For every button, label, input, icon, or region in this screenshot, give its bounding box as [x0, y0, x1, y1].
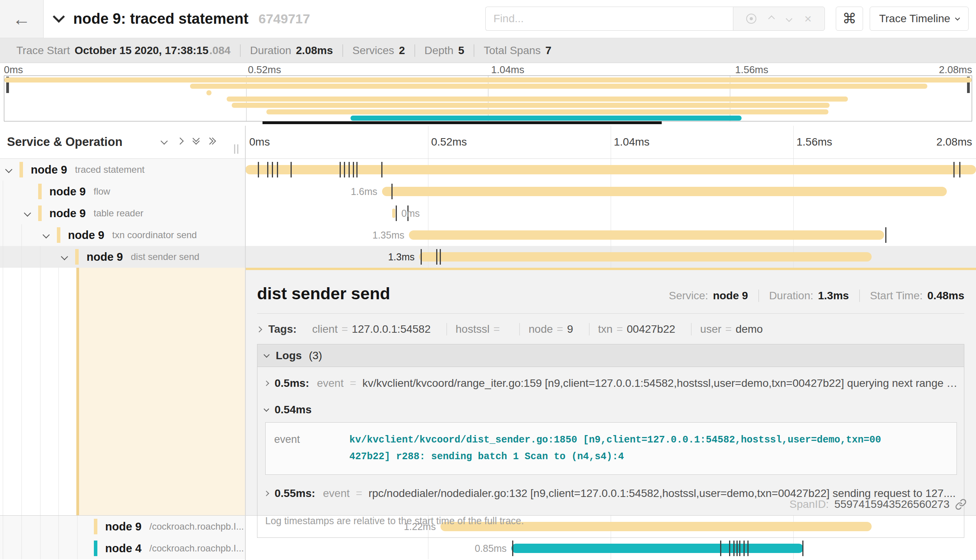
log-marker-tick [436, 249, 437, 265]
log-marker-tick [733, 541, 735, 556]
chevron-right-icon [264, 491, 269, 496]
span-color-chip [38, 205, 42, 221]
span-detail-panel: dist sender send Service: node 9 Duratio… [245, 268, 976, 515]
column-resize-grip[interactable] [234, 144, 238, 154]
chevron-down-icon[interactable] [42, 231, 49, 238]
log-marker-tick [267, 162, 268, 177]
indent-guide [58, 268, 59, 515]
log-marker-tick [802, 541, 803, 556]
log-marker-tick [729, 541, 730, 556]
span-duration-label: 1.6ms [351, 186, 377, 197]
gridline [428, 202, 428, 224]
back-button[interactable]: ← [0, 0, 44, 38]
log-marker-tick [272, 162, 273, 177]
span-color-chip [38, 184, 42, 199]
trace-view-selector-button[interactable]: Trace Timeline [870, 7, 969, 31]
minimap-span-bar [232, 103, 830, 108]
span-row[interactable]: node 4/cockroach.roachpb.I...0.85ms [0, 537, 976, 559]
span-service-name: node 9 [49, 185, 86, 198]
span-operation-name: table reader [93, 208, 143, 219]
span-timeline-cell [245, 159, 976, 181]
log-event-key: event [266, 423, 349, 474]
chevron-down-icon[interactable] [24, 209, 31, 216]
timeline-ruler: 0ms 0.52ms 1.04ms 1.56ms 2.08ms [245, 126, 976, 158]
log-marker-tick [356, 162, 358, 177]
indent-guide [77, 537, 78, 559]
span-row[interactable]: node 9flow1.6ms [0, 181, 976, 202]
logs-count: (3) [309, 349, 322, 362]
span-name-group: node 9txn coordinator send [57, 224, 197, 246]
trace-summary-bar: Trace Start October 15 2020, 17:38:15 .0… [0, 38, 976, 63]
trace-title-group: node 9: traced statement 6749717 [55, 0, 310, 38]
log-marker-tick [353, 162, 354, 177]
log-entry-collapsed[interactable]: 0.5ms: event = kv/kvclient/kvcoord/range… [264, 369, 957, 398]
span-duration-bar[interactable] [511, 544, 803, 553]
minimap-span-bar [190, 84, 927, 89]
collapse-trace-chevron-down-icon[interactable] [53, 11, 65, 23]
log-marker-tick [743, 541, 745, 556]
indent-guide [3, 224, 3, 246]
expand-one-chevron-right-icon[interactable] [176, 137, 183, 144]
expand-all-icon[interactable] [210, 139, 215, 144]
minimap-span-bar [227, 97, 848, 102]
log-marker-tick [381, 162, 382, 177]
summary-services: Services 2 [342, 44, 414, 57]
collapse-one-chevron-down-icon[interactable] [160, 137, 167, 144]
chevron-down-icon[interactable] [61, 253, 68, 260]
next-match-chevron-down-icon[interactable] [786, 16, 793, 22]
span-duration-label: 0ms [402, 208, 420, 219]
summary-total-spans: Total Spans 7 [474, 44, 561, 57]
span-id-value: 5597415943526560273 [834, 498, 950, 511]
minimap-axis: 0ms 0.52ms 1.04ms 1.56ms 2.08ms [0, 63, 976, 75]
detail-divider [257, 313, 964, 314]
log-marker-tick [512, 541, 513, 556]
span-color-chip [19, 162, 23, 177]
minimap-span-bar [206, 90, 211, 95]
log-marker-tick [349, 162, 350, 177]
minimap-canvas[interactable] [4, 75, 972, 121]
span-operation-name: traced statement [75, 164, 144, 175]
collapse-all-icon[interactable] [194, 138, 199, 144]
link-icon[interactable] [955, 499, 967, 510]
span-row[interactable]: node 9dist sender send1.3ms [0, 246, 976, 268]
column-divider[interactable] [245, 126, 246, 560]
find-input[interactable] [485, 7, 733, 31]
keyboard-shortcuts-button[interactable]: ⌘ [836, 7, 863, 31]
span-duration-label: 1.3ms [388, 251, 414, 263]
span-duration-bar[interactable] [245, 165, 976, 174]
prev-match-chevron-up-icon[interactable] [768, 16, 775, 22]
gridline [793, 202, 794, 224]
log-marker-tick [396, 205, 397, 221]
log-entry-expanded-header[interactable]: 0.54ms [264, 398, 957, 419]
gridline [611, 202, 611, 224]
span-id-row: SpanID: 5597415943526560273 [789, 498, 967, 511]
span-color-chip [94, 541, 97, 556]
minimap-dark-underline [262, 121, 662, 124]
tag-user: user=demo [691, 323, 772, 335]
span-tree-cell: node 9dist sender send [0, 246, 245, 268]
span-duration-bar[interactable] [409, 230, 884, 240]
log-marker-tick [953, 162, 955, 177]
span-duration-bar[interactable] [392, 209, 395, 218]
span-service-name: node 4 [105, 542, 141, 555]
chevron-down-icon[interactable] [5, 166, 12, 173]
tags-row[interactable]: Tags: client=127.0.0.1:54582 hostssl= no… [257, 323, 964, 335]
chevron-right-icon [264, 381, 269, 386]
span-duration-bar[interactable] [419, 252, 871, 262]
span-row[interactable]: node 9traced statement [0, 159, 976, 181]
indent-guide [3, 181, 3, 202]
span-detail-region: dist sender send Service: node 9 Duratio… [0, 268, 976, 516]
span-color-chip [94, 519, 97, 534]
top-bar: ← node 9: traced statement 6749717 × ⌘ T… [0, 0, 976, 38]
logs-header[interactable]: Logs (3) [257, 344, 964, 367]
clear-search-icon[interactable]: × [804, 12, 812, 25]
span-row[interactable]: node 9table reader0ms [0, 202, 976, 224]
locate-icon[interactable] [746, 14, 756, 24]
span-name-group: node 9dist sender send [75, 246, 199, 268]
summary-trace-start: Trace Start October 15 2020, 17:38:15 .0… [7, 44, 240, 57]
span-row[interactable]: node 9txn coordinator send1.35ms [0, 224, 976, 246]
span-duration-bar[interactable] [382, 187, 947, 196]
detail-stats: Service: node 9 Duration: 1.3ms Start Ti… [659, 290, 964, 302]
log-marker-tick [736, 541, 738, 556]
chevron-down-icon [955, 16, 960, 21]
